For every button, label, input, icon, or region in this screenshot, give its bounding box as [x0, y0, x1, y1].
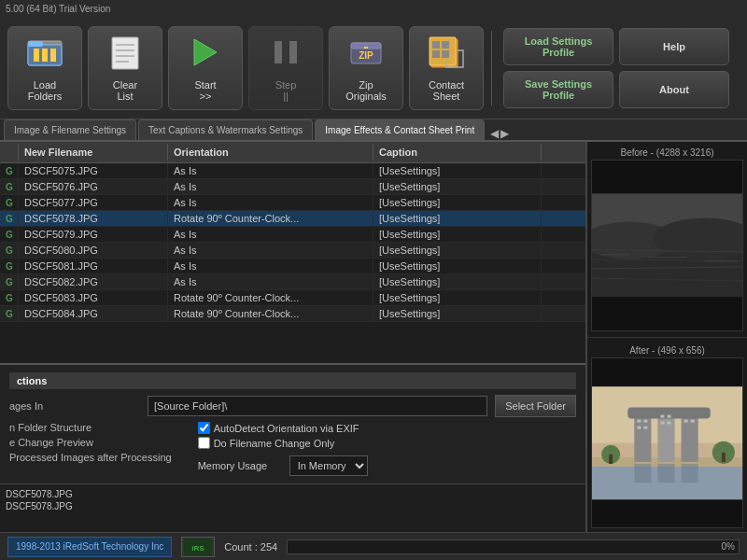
- col-caption: Caption: [374, 144, 542, 161]
- row-filename: DSCF5075.JPG: [19, 163, 168, 178]
- settings-panel: ctions ages In Select Folder n Folder St…: [0, 363, 585, 483]
- svg-text:ZIP: ZIP: [359, 50, 374, 61]
- row-indicator: G: [0, 259, 19, 273]
- status-count: Count : 254: [224, 541, 277, 553]
- memory-usage-select[interactable]: In Memory Temp Files Auto: [289, 455, 368, 476]
- row-caption: [UseSettings]: [374, 274, 542, 289]
- auto-detect-checkbox-label[interactable]: AutoDetect Orientation via EXIF: [198, 422, 368, 434]
- title-text: 5.00 (64 Bit) Trial Version: [6, 4, 110, 14]
- row-indicator: G: [0, 243, 19, 258]
- select-folder-button[interactable]: Select Folder: [495, 395, 576, 417]
- row-indicator: G: [0, 227, 19, 242]
- table-row[interactable]: G DSCF5079.JPG As Is [UseSettings]: [0, 227, 585, 243]
- help-label: Help: [663, 41, 685, 52]
- row-filename: DSCF5076.JPG: [19, 179, 168, 194]
- table-row[interactable]: G DSCF5082.JPG As Is [UseSettings]: [0, 274, 585, 290]
- contact-sheet-button[interactable]: ContactSheet: [409, 26, 484, 110]
- toolbar-right-top-row: Load Settings Profile Help: [503, 28, 729, 65]
- status-progress-bar: 0%: [287, 539, 740, 554]
- table-row[interactable]: G DSCF5075.JPG As Is [UseSettings]: [0, 163, 585, 179]
- auto-detect-checkbox[interactable]: [198, 422, 210, 434]
- save-settings-button[interactable]: Save SettingsProfile: [503, 71, 613, 108]
- help-button[interactable]: Help: [619, 28, 729, 65]
- start-label: Start>>: [194, 79, 216, 102]
- table-row[interactable]: G DSCF5081.JPG As Is [UseSettings]: [0, 259, 585, 274]
- svg-rect-50: [660, 421, 664, 424]
- row-caption: [UseSettings]: [374, 195, 542, 210]
- tab-image-effects[interactable]: Image Effects & Contact Sheet Print: [315, 119, 485, 140]
- svg-marker-11: [194, 39, 217, 65]
- load-folders-button[interactable]: LoadFolders: [7, 26, 82, 110]
- title-bar: 5.00 (64 Bit) Trial Version: [0, 0, 747, 17]
- delete-processed-label: Processed Images after Processing: [9, 452, 172, 463]
- row-orientation: As Is: [168, 259, 374, 273]
- tab-nav-arrows: ◀ ▶: [490, 127, 509, 140]
- step-button[interactable]: Step||: [248, 26, 323, 110]
- load-settings-button[interactable]: Load Settings Profile: [503, 28, 613, 65]
- row-indicator: G: [0, 179, 19, 194]
- row-indicator: G: [0, 306, 19, 321]
- output-filename-2: DSCF5078.JPG: [6, 500, 580, 512]
- col-orientation: Orientation: [168, 144, 374, 161]
- row-orientation: Rotate 90º Counter-Clock...: [168, 290, 374, 305]
- row-orientation: Rotate 90º Counter-Clock...: [168, 306, 374, 321]
- tab-image-filename-label: Image & Filename Settings: [14, 125, 126, 135]
- svg-rect-23: [442, 50, 449, 58]
- toolbar-divider: [491, 31, 492, 105]
- tab-prev-arrow[interactable]: ◀: [490, 127, 499, 140]
- row-orientation: As Is: [168, 195, 374, 210]
- status-logo: iRS: [181, 537, 215, 557]
- tab-image-filename[interactable]: Image & Filename Settings: [4, 119, 136, 140]
- load-folders-label: LoadFolders: [28, 79, 63, 102]
- row-indicator: G: [0, 211, 19, 226]
- table-header: New Filename Orientation Caption: [0, 142, 585, 163]
- output-filename-1: DSCF5078.JPG: [6, 488, 580, 500]
- clear-list-button[interactable]: ClearList: [88, 26, 162, 110]
- start-button[interactable]: Start>>: [168, 26, 243, 110]
- table-row[interactable]: G DSCF5078.JPG Rotate 90º Counter-Clock.…: [0, 211, 585, 227]
- tab-next-arrow[interactable]: ▶: [500, 127, 509, 140]
- svg-rect-53: [691, 419, 695, 422]
- svg-rect-44: [637, 419, 641, 422]
- row-orientation: As Is: [168, 163, 374, 178]
- zip-originals-button[interactable]: ZIP ZipOriginals: [329, 26, 403, 110]
- table-row[interactable]: G DSCF5080.JPG As Is [UseSettings]: [0, 243, 585, 259]
- row-filename: DSCF5081.JPG: [19, 259, 168, 273]
- row-filename: DSCF5078.JPG: [19, 211, 168, 226]
- save-images-input[interactable]: [148, 396, 487, 416]
- row-indicator: G: [0, 290, 19, 305]
- row-caption: [UseSettings]: [374, 259, 542, 273]
- zip-originals-label: ZipOriginals: [345, 79, 386, 102]
- filename-change-only-label[interactable]: Do Filename Change Only: [198, 437, 368, 449]
- save-images-row: ages In Select Folder: [9, 395, 576, 417]
- about-button[interactable]: About: [619, 71, 729, 108]
- row-filename: DSCF5077.JPG: [19, 195, 168, 210]
- right-panel: Before - (4288 x 3216): [586, 142, 747, 532]
- svg-rect-57: [722, 452, 726, 461]
- main-area: New Filename Orientation Caption G DSCF5…: [0, 142, 747, 532]
- table-row[interactable]: G DSCF5076.JPG As Is [UseSettings]: [0, 179, 585, 195]
- svg-rect-12: [275, 41, 282, 63]
- svg-rect-13: [289, 41, 297, 63]
- table-row[interactable]: G DSCF5077.JPG As Is [UseSettings]: [0, 195, 585, 211]
- output-panel: DSCF5078.JPG DSCF5078.JPG: [0, 483, 585, 532]
- svg-rect-55: [609, 454, 613, 463]
- before-preview-image: [591, 160, 743, 331]
- table-row[interactable]: G DSCF5084.JPG Rotate 90º Counter-Clock.…: [0, 306, 585, 322]
- filename-change-only-checkbox[interactable]: [198, 437, 210, 449]
- toolbar: LoadFolders ClearList Start>>: [0, 17, 747, 119]
- row-indicator: G: [0, 163, 19, 178]
- row-orientation: As Is: [168, 179, 374, 194]
- svg-rect-58: [634, 463, 651, 482]
- tab-image-effects-label: Image Effects & Contact Sheet Print: [325, 125, 474, 135]
- folder-structure-label: n Folder Structure: [9, 422, 172, 433]
- row-orientation: As Is: [168, 227, 374, 242]
- svg-rect-59: [657, 463, 674, 482]
- row-caption: [UseSettings]: [374, 290, 542, 305]
- status-progress-text: 0%: [722, 540, 735, 553]
- table-row[interactable]: G DSCF5083.JPG Rotate 90º Counter-Clock.…: [0, 290, 585, 306]
- tab-text-captions[interactable]: Text Captions & Watermarks Settings: [138, 119, 313, 140]
- settings-section-title: ctions: [9, 372, 576, 389]
- svg-rect-46: [637, 426, 641, 428]
- checkbox-group: AutoDetect Orientation via EXIF Do Filen…: [198, 422, 368, 476]
